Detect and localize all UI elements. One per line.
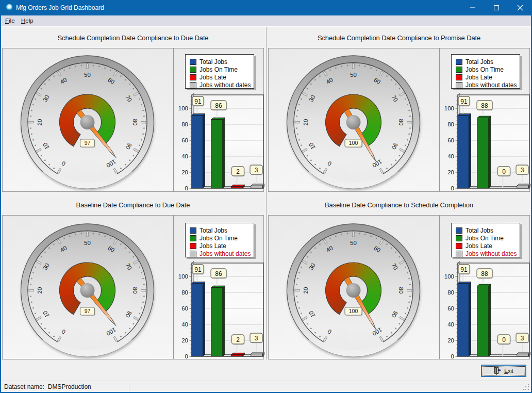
svg-text:40: 40 <box>181 321 188 328</box>
svg-text:80: 80 <box>181 121 188 127</box>
svg-text:20: 20 <box>181 337 188 343</box>
svg-text:80: 80 <box>181 289 188 296</box>
svg-text:86: 86 <box>215 102 222 109</box>
svg-text:2: 2 <box>236 168 240 175</box>
svg-text:100: 100 <box>178 273 188 280</box>
svg-text:80: 80 <box>398 287 404 294</box>
svg-text:60: 60 <box>447 137 454 143</box>
svg-text:0: 0 <box>502 336 506 343</box>
svg-text:0: 0 <box>185 353 188 359</box>
svg-text:20: 20 <box>303 119 309 126</box>
svg-text:40: 40 <box>447 321 454 328</box>
svg-text:80: 80 <box>132 119 138 126</box>
svg-text:40: 40 <box>181 153 188 159</box>
svg-text:3: 3 <box>521 167 524 174</box>
svg-text:80: 80 <box>447 121 454 127</box>
svg-text:80: 80 <box>447 289 454 296</box>
svg-text:86: 86 <box>215 270 222 277</box>
svg-text:100: 100 <box>178 105 188 111</box>
svg-text:91: 91 <box>194 98 202 105</box>
svg-text:100: 100 <box>349 308 358 314</box>
svg-text:50: 50 <box>84 240 91 246</box>
svg-text:88: 88 <box>481 102 488 109</box>
svg-text:91: 91 <box>194 266 202 273</box>
svg-text:0: 0 <box>451 185 454 191</box>
svg-text:40: 40 <box>447 153 454 159</box>
svg-text:2: 2 <box>236 336 240 343</box>
svg-text:0: 0 <box>185 185 188 191</box>
svg-text:60: 60 <box>181 137 188 143</box>
svg-text:0: 0 <box>451 353 454 359</box>
svg-text:3: 3 <box>521 335 524 342</box>
svg-text:3: 3 <box>255 167 258 174</box>
svg-text:20: 20 <box>447 169 454 175</box>
svg-text:60: 60 <box>181 305 188 312</box>
svg-text:91: 91 <box>460 266 468 273</box>
svg-text:97: 97 <box>85 140 91 146</box>
svg-text:20: 20 <box>37 119 43 126</box>
svg-text:20: 20 <box>181 169 188 175</box>
svg-text:100: 100 <box>444 105 454 111</box>
svg-text:88: 88 <box>481 270 488 277</box>
svg-text:3: 3 <box>255 335 258 342</box>
svg-text:97: 97 <box>85 308 91 314</box>
svg-text:20: 20 <box>447 337 454 343</box>
svg-text:20: 20 <box>303 287 309 294</box>
svg-text:80: 80 <box>398 119 404 126</box>
svg-text:60: 60 <box>447 305 454 312</box>
svg-text:20: 20 <box>37 287 43 294</box>
svg-text:100: 100 <box>444 273 454 280</box>
svg-text:50: 50 <box>350 240 357 246</box>
svg-text:91: 91 <box>460 98 468 105</box>
svg-text:0: 0 <box>502 168 506 175</box>
svg-text:50: 50 <box>350 72 357 78</box>
svg-text:50: 50 <box>84 72 91 78</box>
svg-text:100: 100 <box>349 140 358 146</box>
svg-text:80: 80 <box>132 287 138 294</box>
